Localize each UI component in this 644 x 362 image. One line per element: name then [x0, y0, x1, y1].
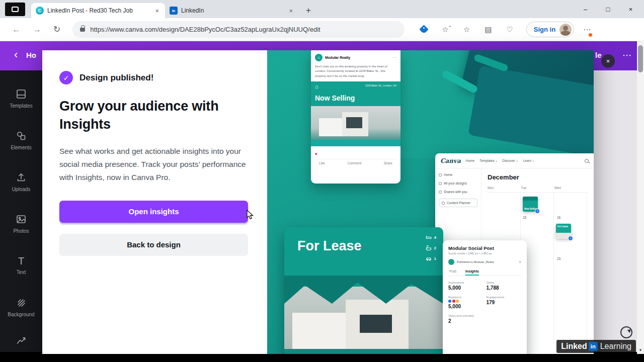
tab-close-icon[interactable]: ×	[287, 7, 294, 15]
scroll-down-arrow[interactable]: ▾	[637, 347, 644, 352]
refresh-button[interactable]: ↻	[53, 24, 60, 35]
calendar-date: 15	[523, 216, 526, 219]
tab-title: LinkedIn Post - Red30 Tech Job	[47, 7, 150, 14]
templates-icon	[16, 88, 27, 100]
nav-discover: Discover∨	[502, 159, 518, 162]
canva-sidebar: Templates Elements Uploads Photos T Text…	[0, 70, 42, 352]
modal-content: ✓ Design published! Grow your audience w…	[42, 50, 267, 362]
home-icon	[439, 173, 442, 176]
search-icon	[585, 159, 589, 163]
calendar-title: December	[488, 173, 588, 181]
browser-toolbar: ← → ↻ https://www.canva.com/design/DAE28…	[0, 18, 644, 41]
sidebar-item-background[interactable]: Background	[0, 287, 42, 328]
post-menu-icon: ⋯	[392, 55, 396, 60]
modal-body: See what works and get actionable insigh…	[59, 145, 252, 184]
sidebar-item-text[interactable]: T Text	[0, 245, 42, 287]
now-selling-thumbnail: Now Selling f	[523, 197, 538, 212]
designs-icon	[439, 182, 442, 185]
editor-menu-button[interactable]: ⋯	[622, 50, 632, 61]
back-to-design-button[interactable]: Back to design	[59, 234, 248, 256]
chevron-down-icon: ∨	[496, 159, 498, 162]
modal-close-button[interactable]: ×	[601, 54, 615, 68]
uploads-icon	[16, 172, 27, 183]
add-favorite-icon[interactable]: ☆+	[442, 25, 448, 34]
maximize-button[interactable]: □	[597, 6, 619, 13]
favorites-icon[interactable]: ☆	[463, 25, 470, 34]
photos-icon	[16, 214, 27, 225]
shared-icon	[439, 191, 442, 194]
sidebar-item-elements[interactable]: Elements	[0, 119, 42, 161]
address-bar[interactable]: https://www.canva.com/design/DAE28bPycOc…	[72, 21, 405, 38]
insights-card-mockup: Modular Social Post Social media • 1080 …	[443, 240, 527, 362]
day-header: Tue	[521, 186, 554, 190]
back-button[interactable]: ←	[12, 25, 21, 35]
linkedin-bug-icon: in	[589, 342, 598, 351]
facebook-badge-icon: f	[568, 236, 573, 241]
open-insights-button[interactable]: Open insights	[59, 201, 248, 223]
browser-tab-linkedin[interactable]: in LinkedIn ×	[165, 3, 299, 18]
banner-headline: Now Selling	[315, 94, 396, 102]
editor-back-button[interactable]: ‹	[14, 48, 18, 61]
post-design-banner: ⌂ 2218 Baker St., London, UK Now Selling	[311, 81, 400, 106]
tab-title: LinkedIn	[181, 7, 284, 14]
tab-post: Post	[449, 269, 456, 276]
mouse-cursor	[246, 210, 255, 220]
thumbnail-band	[523, 197, 538, 201]
star-glyph: ☆	[442, 25, 448, 34]
publish-status: Design published!	[79, 73, 153, 83]
pool-shape	[311, 140, 400, 146]
browser-menu-button[interactable]: ⋯	[583, 25, 591, 34]
elements-icon	[16, 130, 27, 141]
app-sidebar-shared: Shared with you	[439, 190, 477, 194]
facebook-badge-icon: f	[535, 209, 540, 214]
window-glyph-icon	[12, 7, 19, 12]
shopping-tag-icon[interactable]	[420, 25, 429, 34]
heart-reaction-icon: ♥	[315, 152, 317, 156]
thumbnail-label: For Lease	[557, 225, 568, 228]
lock-icon	[80, 28, 85, 32]
sidebar-item-templates[interactable]: Templates	[0, 77, 42, 119]
collections-icon[interactable]: ▤	[485, 25, 492, 34]
scrollbar[interactable]: ▾	[637, 41, 644, 354]
bath-icon	[426, 245, 432, 251]
new-tab-button[interactable]: +	[306, 6, 311, 16]
url-text: https://www.canva.com/design/DAE28bPycOc…	[90, 26, 320, 33]
day-header: Wed	[554, 186, 588, 190]
close-window-button[interactable]: ×	[619, 6, 642, 13]
forward-button[interactable]: →	[33, 25, 41, 35]
notebooks-photo	[388, 50, 594, 158]
avatar	[559, 24, 572, 36]
sidebar-item-label: Elements	[11, 145, 32, 150]
house-photo	[284, 287, 443, 349]
linkedin-favicon: in	[170, 7, 178, 15]
calendar-date: 16	[557, 216, 560, 219]
window-shape	[346, 117, 362, 128]
browser-essentials-icon[interactable]: ♡	[506, 25, 513, 34]
scrollbar-thumb[interactable]	[638, 45, 643, 72]
reaction-emoji-icons	[448, 300, 484, 303]
minimize-button[interactable]: –	[574, 6, 597, 13]
post-caption: Don't miss out on this amazing property …	[311, 63, 400, 79]
sidebar-item-uploads[interactable]: Uploads	[0, 161, 42, 203]
for-lease-mockup: For Lease 4 2 1	[284, 227, 443, 362]
calendar-date: 23	[557, 257, 560, 260]
watermark-learning: Learning	[600, 342, 631, 351]
sidebar-item-chart[interactable]	[0, 328, 42, 352]
sign-in-button[interactable]: Sign in	[526, 22, 574, 37]
editor-canvas	[594, 70, 644, 352]
window-icon[interactable]	[5, 3, 25, 16]
check-icon: ✓	[59, 71, 73, 84]
replay-icon[interactable]	[620, 326, 632, 338]
tab-close-icon[interactable]: ×	[153, 7, 160, 15]
beds-feature: 4	[426, 234, 436, 240]
window-shape	[360, 315, 392, 333]
share-action: Share	[384, 161, 392, 165]
brand-logo-icon: ⌂	[315, 54, 323, 61]
published-to-label: Published to Modular_Realty	[457, 260, 494, 263]
browser-tab-canva[interactable]: C LinkedIn Post - Red30 Tech Job ×	[31, 3, 165, 18]
sidebar-item-label: Text	[17, 269, 26, 275]
sidebar-item-photos[interactable]: Photos	[0, 203, 42, 245]
nav-learn: Learn∨	[523, 159, 534, 162]
tab-insights: Insights	[465, 269, 479, 276]
editor-home-label[interactable]: Ho	[26, 51, 36, 59]
